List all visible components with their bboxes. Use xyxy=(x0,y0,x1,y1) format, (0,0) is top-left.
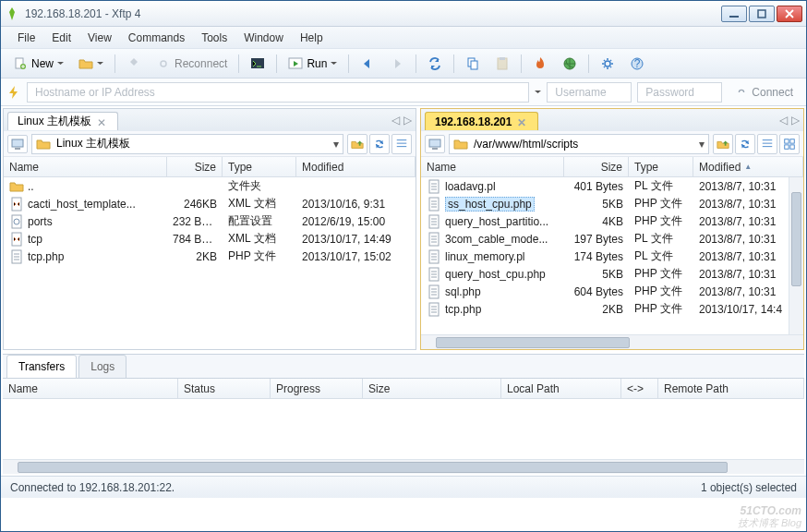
list-view-button[interactable] xyxy=(757,134,777,154)
reconnect-button[interactable]: Reconnect xyxy=(150,53,234,75)
chevron-down-icon[interactable] xyxy=(535,89,541,95)
col-status[interactable]: Status xyxy=(178,379,271,398)
menu-edit[interactable]: Edit xyxy=(44,29,78,47)
file-row[interactable]: ss_host_cpu.php5KBPHP 文件2013/8/7, 10:31 xyxy=(421,195,803,212)
file-row[interactable]: tcp.php2KBPHP 文件2013/10/17, 15:02 xyxy=(4,248,416,265)
file-row[interactable]: ..文件夹 xyxy=(4,177,416,195)
file-modified: 2013/8/7, 10:31 xyxy=(693,215,803,228)
prev-tab-icon[interactable]: ◁ xyxy=(391,114,400,127)
file-row[interactable]: 3com_cable_mode...197 BytesPL 文件2013/8/7… xyxy=(421,230,803,248)
help-button[interactable]: ? xyxy=(623,53,651,75)
remote-file-list[interactable]: loadavg.pl401 BytesPL 文件2013/8/7, 10:31s… xyxy=(421,177,803,334)
copy-button[interactable] xyxy=(459,53,487,75)
file-row[interactable]: query_host_partitio...4KBPHP 文件2013/8/7,… xyxy=(421,212,803,230)
firewall-button[interactable] xyxy=(526,53,554,75)
menu-view[interactable]: View xyxy=(80,29,119,47)
scrollbar-horizontal[interactable] xyxy=(421,334,803,349)
view-mode-button[interactable] xyxy=(779,134,800,154)
menu-tools[interactable]: Tools xyxy=(194,29,235,47)
back-button[interactable] xyxy=(354,53,381,75)
col-progress[interactable]: Progress xyxy=(271,379,363,398)
col-name[interactable]: Name xyxy=(421,157,564,176)
disconnect-button[interactable] xyxy=(120,53,148,75)
col-size[interactable]: Size xyxy=(363,379,501,398)
settings-button[interactable] xyxy=(594,53,621,75)
maximize-button[interactable] xyxy=(749,6,775,22)
col-remote-path[interactable]: Remote Path xyxy=(658,379,804,398)
refresh-button[interactable] xyxy=(735,134,755,154)
local-path-combo[interactable]: Linux 主机模板 ▾ xyxy=(31,134,343,154)
next-tab-icon[interactable]: ▷ xyxy=(404,114,412,127)
list-view-button[interactable] xyxy=(391,134,412,154)
password-input[interactable] xyxy=(637,82,722,103)
next-tab-icon[interactable]: ▷ xyxy=(791,114,800,127)
minimize-button[interactable] xyxy=(721,6,747,22)
svg-rect-15 xyxy=(15,148,20,150)
host-input[interactable] xyxy=(27,82,529,103)
menu-help[interactable]: Help xyxy=(293,29,331,47)
forward-button[interactable] xyxy=(383,53,411,75)
file-row[interactable]: cacti_host_template...246KBXML 文档2013/10… xyxy=(4,195,416,212)
terminal-button[interactable] xyxy=(244,53,271,75)
file-icon xyxy=(427,232,441,247)
col-type[interactable]: Type xyxy=(629,157,693,176)
run-button[interactable]: Run xyxy=(282,53,343,75)
new-button[interactable]: New xyxy=(6,53,70,75)
col-modified[interactable]: Modified▲ xyxy=(693,157,803,176)
col-type[interactable]: Type xyxy=(223,157,296,176)
col-local-path[interactable]: Local Path xyxy=(501,379,621,398)
transfer-tabs: Transfers Logs xyxy=(3,355,804,379)
col-direction[interactable]: <-> xyxy=(621,379,658,398)
file-row[interactable]: linux_memory.pl174 BytesPL 文件2013/8/7, 1… xyxy=(421,248,803,265)
connect-button[interactable]: Connect xyxy=(728,82,801,103)
up-button[interactable] xyxy=(347,134,367,154)
close-icon[interactable]: ✕ xyxy=(97,116,108,127)
col-modified[interactable]: Modified xyxy=(296,157,416,176)
file-name-cell: .. xyxy=(4,179,167,194)
file-name: .. xyxy=(28,180,34,193)
paste-button[interactable] xyxy=(488,53,516,75)
transfer-list[interactable] xyxy=(3,399,804,459)
computer-icon[interactable] xyxy=(7,135,28,153)
file-row[interactable]: sql.php604 BytesPHP 文件2013/8/7, 10:31 xyxy=(421,283,803,300)
computer-icon[interactable] xyxy=(425,135,445,153)
col-name[interactable]: Name xyxy=(4,157,167,176)
menu-window[interactable]: Window xyxy=(236,29,291,47)
refresh-button[interactable] xyxy=(369,134,390,154)
prev-tab-icon[interactable]: ◁ xyxy=(779,114,788,127)
file-row[interactable]: tcp784 BytesXML 文档2013/10/17, 14:49 xyxy=(4,230,416,248)
file-row[interactable]: ports232 Bytes配置设置2012/6/19, 15:00 xyxy=(4,212,416,230)
local-tab[interactable]: Linux 主机模板 ✕ xyxy=(7,112,118,130)
svg-rect-21 xyxy=(429,139,440,147)
local-file-list[interactable]: ..文件夹cacti_host_template...246KBXML 文档20… xyxy=(4,177,416,349)
remote-path-combo[interactable]: /var/www/html/scripts ▾ xyxy=(449,134,709,154)
globe-button[interactable] xyxy=(556,53,584,75)
up-button[interactable] xyxy=(713,134,733,154)
col-size[interactable]: Size xyxy=(167,157,223,176)
tab-transfers[interactable]: Transfers xyxy=(6,355,77,379)
file-row[interactable]: query_host_cpu.php5KBPHP 文件2013/8/7, 10:… xyxy=(421,265,803,283)
scroll-thumb[interactable] xyxy=(18,462,728,473)
tab-logs[interactable]: Logs xyxy=(78,355,126,379)
open-button[interactable] xyxy=(72,53,110,75)
file-row[interactable]: tcp.php2KBPHP 文件2013/10/17, 14:4 xyxy=(421,300,803,318)
file-name: query_host_partitio... xyxy=(445,215,548,228)
remote-tab[interactable]: 192.168.18.201 ✕ xyxy=(425,112,538,130)
separator xyxy=(521,54,522,73)
file-row[interactable]: loadavg.pl401 BytesPL 文件2013/8/7, 10:31 xyxy=(421,177,803,195)
menu-commands[interactable]: Commands xyxy=(121,29,192,47)
scroll-thumb[interactable] xyxy=(791,192,801,286)
col-size[interactable]: Size xyxy=(564,157,629,176)
col-name[interactable]: Name xyxy=(3,379,178,398)
sync-button[interactable] xyxy=(421,53,449,75)
scrollbar-vertical[interactable] xyxy=(789,177,803,334)
local-tabs: Linux 主机模板 ✕ ◁▷ xyxy=(4,109,416,131)
file-size: 2KB xyxy=(167,250,223,263)
menu-file[interactable]: File xyxy=(10,29,42,47)
svg-text:?: ? xyxy=(634,57,641,70)
close-button[interactable] xyxy=(777,6,802,22)
scrollbar-horizontal[interactable] xyxy=(3,459,804,474)
scroll-thumb[interactable] xyxy=(436,337,630,348)
username-input[interactable] xyxy=(547,82,632,103)
close-icon[interactable]: ✕ xyxy=(517,116,528,127)
